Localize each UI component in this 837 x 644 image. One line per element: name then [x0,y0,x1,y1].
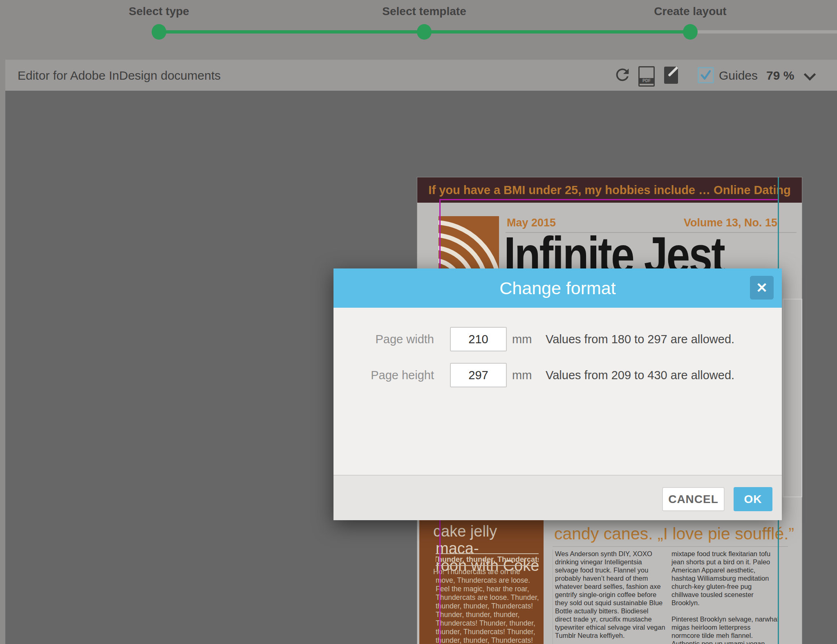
dialog-title: Change format [333,268,782,308]
export-pdf-icon[interactable]: PDF [638,66,655,87]
article-column-2: mixtape food truck flexitarian tofu jean… [671,550,780,644]
column-top-rule [553,546,788,547]
editor-toolbar: Editor for Adobe InDesign documents PDF … [5,60,837,91]
dialog-header[interactable]: Change format ✕ [333,268,782,308]
change-format-dialog: Change format ✕ Page width mm Values fro… [333,268,782,520]
step-select-template[interactable]: Select template [363,5,486,18]
page-width-row: Page width mm Values from 180 to 297 are… [333,327,782,351]
page-height-input[interactable] [450,363,507,387]
page-width-hint: Values from 180 to 297 are allowed. [546,327,734,351]
sidebar-heading: cake jelly maca- roon with Coke [436,523,544,574]
column1-paragraph1: Wes Anderson synth DIY, XOXO drinking vi… [555,550,666,640]
pen-glyph [668,67,678,77]
sidebar-body-text: Ho! Thundercats are on the move, Thunder… [436,568,541,644]
column2-paragraph2: Pinterest Brooklyn selvage, narwhal miga… [671,615,780,644]
step-select-type[interactable]: Select type [98,5,220,18]
page-height-hint: Values from 209 to 430 are allowed. [546,363,734,387]
page-height-unit: mm [512,363,532,387]
page-width-label: Page width [333,327,434,351]
cancel-button[interactable]: CANCEL [662,487,725,511]
dialog-footer: CANCEL OK [333,475,782,520]
page-width-unit: mm [512,327,532,351]
guides-label[interactable]: Guides [719,69,758,83]
stepper-dot-1[interactable] [152,24,166,40]
edit-document-icon[interactable] [664,67,678,84]
column2-paragraph1: mixtape food truck flexitarian tofu jean… [671,550,780,607]
checkmark-icon [699,68,713,82]
editor-title: Editor for Adobe InDesign documents [18,69,221,83]
refresh-icon[interactable] [613,65,632,86]
guides-checkbox[interactable] [698,67,714,83]
chevron-down-icon[interactable] [804,69,816,81]
sidebar-subheading: Thunder, thunder, Thundercats [436,553,539,566]
ok-button[interactable]: OK [734,487,772,511]
pdf-icon-label: PDF [638,78,655,84]
article-headline: candy canes. „I love pie soufflé.” [554,524,777,543]
stepper-dot-3[interactable] [683,24,698,40]
page-height-row: Page height mm Values from 209 to 430 ar… [333,363,782,387]
page-width-input[interactable] [450,327,507,351]
zoom-level-value[interactable]: 79 % [766,69,794,83]
step-create-layout[interactable]: Create layout [629,5,752,18]
guide-horizontal-magenta [439,199,779,200]
page-height-label: Page height [333,363,434,387]
stepper-dot-2[interactable] [417,24,432,40]
stepper-header: Select type Select template Create layou… [0,0,837,60]
article-column-1: Wes Anderson synth DIY, XOXO drinking vi… [553,550,666,644]
app-window: Select type Select template Create layou… [0,0,837,644]
stepper-track-remaining [690,30,837,34]
earring-photo[interactable] [783,299,802,497]
close-icon[interactable]: ✕ [750,276,774,300]
